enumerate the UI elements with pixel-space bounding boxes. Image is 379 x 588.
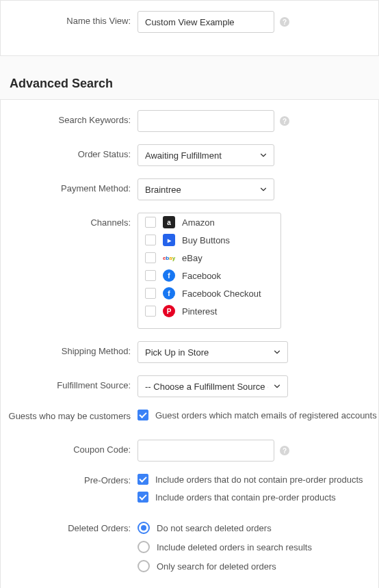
fulfillment-source-select[interactable]: -- Choose a Fulfillment Source --: [138, 375, 288, 397]
order-status-select[interactable]: Awaiting Fulfillment: [138, 144, 274, 166]
pre-orders-option-text: Include orders that do not contain pre-o…: [155, 475, 363, 485]
channel-checkbox[interactable]: [145, 288, 156, 299]
channel-checkbox[interactable]: [145, 306, 156, 317]
coupon-code-label: Coupon Code:: [1, 440, 138, 455]
channel-name: eBay: [182, 253, 202, 263]
channel-name: Facebook: [182, 271, 221, 281]
channel-item-amazon[interactable]: a Amazon: [138, 213, 280, 231]
channels-listbox[interactable]: a Amazon ▸ Buy Buttons ebay eBay f Faceb…: [138, 213, 281, 329]
help-icon[interactable]: ?: [280, 446, 289, 455]
buy-buttons-icon: ▸: [163, 234, 175, 246]
ebay-icon: ebay: [163, 252, 175, 264]
channel-item-facebook[interactable]: f Facebook: [138, 267, 280, 284]
pre-orders-checkbox-include-without[interactable]: [138, 474, 148, 485]
deleted-orders-label: Deleted Orders:: [1, 522, 138, 533]
pre-orders-checkbox-include-with[interactable]: [138, 492, 148, 503]
fulfillment-source-label: Fulfillment Source:: [1, 375, 138, 390]
channel-item-facebook-checkout[interactable]: f Facebook Checkout: [138, 284, 280, 302]
search-keywords-label: Search Keywords:: [1, 110, 138, 125]
help-icon[interactable]: ?: [280, 17, 289, 27]
shipping-method-select[interactable]: Pick Up in Store: [138, 341, 288, 363]
name-view-label: Name this View:: [1, 11, 138, 26]
channel-checkbox[interactable]: [145, 252, 156, 263]
deleted-orders-option-text: Only search for deleted orders: [157, 561, 276, 572]
channel-item-pinterest[interactable]: P Pinterest: [138, 302, 280, 320]
section-title-advanced-search: Advanced Search: [10, 77, 379, 91]
deleted-orders-radio-include[interactable]: [138, 541, 150, 553]
deleted-orders-radio-do-not-search[interactable]: [138, 522, 150, 534]
channel-name: Pinterest: [182, 306, 217, 317]
pinterest-icon: P: [163, 305, 175, 317]
name-view-input[interactable]: [138, 11, 274, 33]
facebook-icon: f: [163, 269, 175, 282]
payment-method-label: Payment Method:: [1, 178, 138, 193]
channel-checkbox[interactable]: [145, 235, 156, 245]
deleted-orders-option-text: Include deleted orders in search results: [157, 542, 312, 552]
pre-orders-option-text: Include orders that contain pre-order pr…: [155, 492, 336, 503]
guests-label: Guests who may be customers: [1, 410, 138, 421]
channel-name: Buy Buttons: [182, 235, 230, 245]
channel-item-buy-buttons[interactable]: ▸ Buy Buttons: [138, 231, 280, 249]
deleted-orders-option-text: Do not search deleted orders: [157, 523, 272, 533]
guests-option-text: Guest orders which match emails of regis…: [155, 410, 377, 420]
channel-name: Facebook Checkout: [182, 289, 261, 299]
channel-item-ebay[interactable]: ebay eBay: [138, 249, 280, 267]
pre-orders-label: Pre-Orders:: [1, 474, 138, 485]
order-status-label: Order Status:: [1, 144, 138, 159]
guests-checkbox[interactable]: [138, 410, 148, 420]
channel-name: Amazon: [182, 217, 215, 228]
search-keywords-input[interactable]: [138, 110, 274, 132]
help-icon[interactable]: ?: [280, 116, 289, 126]
shipping-method-label: Shipping Method:: [1, 341, 138, 356]
channel-checkbox[interactable]: [145, 270, 156, 281]
deleted-orders-radio-only[interactable]: [138, 560, 150, 572]
facebook-icon: f: [163, 287, 175, 299]
coupon-code-input[interactable]: [138, 440, 274, 462]
amazon-icon: a: [163, 216, 175, 228]
channels-label: Channels:: [1, 213, 138, 228]
payment-method-select[interactable]: Braintree: [138, 178, 274, 200]
channel-checkbox[interactable]: [145, 217, 156, 228]
